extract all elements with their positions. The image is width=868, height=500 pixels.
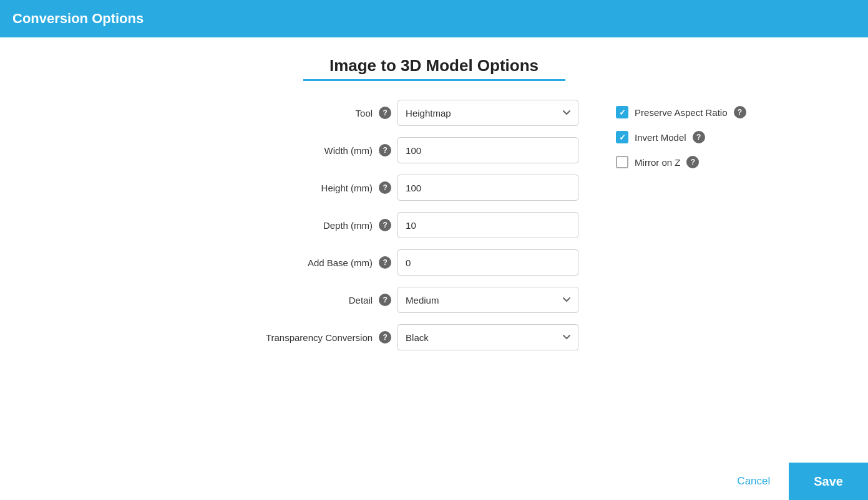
footer: Cancel Save <box>718 463 868 500</box>
invert-checkbox[interactable]: ✓ <box>616 131 628 143</box>
base-input[interactable] <box>397 249 578 276</box>
title-underline <box>303 79 565 81</box>
tool-label: Tool <box>273 108 373 118</box>
depth-input[interactable] <box>397 212 578 238</box>
base-label: Add Base (mm) <box>273 257 373 268</box>
mirror-checkbox[interactable]: ✓ <box>616 156 628 168</box>
transparency-label: Transparency Conversion <box>266 332 373 343</box>
height-help-icon[interactable]: ? <box>379 181 391 194</box>
mirror-label: Mirror on Z <box>635 157 680 168</box>
save-button[interactable]: Save <box>789 463 868 500</box>
base-row: Add Base (mm) ? <box>122 249 579 276</box>
depth-row: Depth (mm) ? <box>122 212 579 238</box>
form-right: ✓ Preserve Aspect Ratio ? ✓ Invert Model… <box>616 100 746 350</box>
tool-select[interactable]: Heightmap Lithophane Custom <box>397 100 578 126</box>
invert-row: ✓ Invert Model ? <box>616 131 746 143</box>
form-left: Tool ? Heightmap Lithophane Custom Width… <box>122 100 579 350</box>
app-title: Conversion Options <box>12 11 144 27</box>
base-help-icon[interactable]: ? <box>379 256 391 269</box>
height-label: Height (mm) <box>273 183 373 193</box>
form-container: Tool ? Heightmap Lithophane Custom Width… <box>122 100 746 350</box>
invert-help-icon[interactable]: ? <box>693 131 705 143</box>
depth-label: Depth (mm) <box>273 220 373 231</box>
transparency-select[interactable]: Black White Transparent <box>397 324 578 350</box>
preserve-checkbox[interactable]: ✓ <box>616 106 628 118</box>
transparency-help-icon[interactable]: ? <box>379 331 391 344</box>
preserve-row: ✓ Preserve Aspect Ratio ? <box>616 106 746 118</box>
app-header: Conversion Options <box>0 0 868 37</box>
width-row: Width (mm) ? <box>122 137 579 163</box>
depth-help-icon[interactable]: ? <box>379 219 391 231</box>
preserve-label: Preserve Aspect Ratio <box>635 107 727 118</box>
detail-label: Detail <box>273 295 373 305</box>
main-content: Image to 3D Model Options Tool ? Heightm… <box>0 37 868 369</box>
mirror-row: ✓ Mirror on Z ? <box>616 156 746 168</box>
height-row: Height (mm) ? <box>122 175 579 201</box>
page-title: Image to 3D Model Options <box>329 56 539 75</box>
detail-help-icon[interactable]: ? <box>379 294 391 306</box>
invert-checkmark: ✓ <box>619 133 626 142</box>
invert-label: Invert Model <box>635 132 686 143</box>
preserve-checkmark: ✓ <box>619 108 626 117</box>
preserve-help-icon[interactable]: ? <box>734 106 746 118</box>
transparency-row: Transparency Conversion ? Black White Tr… <box>122 324 579 350</box>
detail-row: Detail ? Low Medium High <box>122 287 579 313</box>
width-label: Width (mm) <box>273 145 373 156</box>
tool-row: Tool ? Heightmap Lithophane Custom <box>122 100 579 126</box>
height-input[interactable] <box>397 175 578 201</box>
mirror-help-icon[interactable]: ? <box>686 156 699 168</box>
width-input[interactable] <box>397 137 578 163</box>
detail-select[interactable]: Low Medium High <box>397 287 578 313</box>
width-help-icon[interactable]: ? <box>379 144 391 156</box>
tool-help-icon[interactable]: ? <box>379 107 391 119</box>
cancel-button[interactable]: Cancel <box>718 463 789 500</box>
